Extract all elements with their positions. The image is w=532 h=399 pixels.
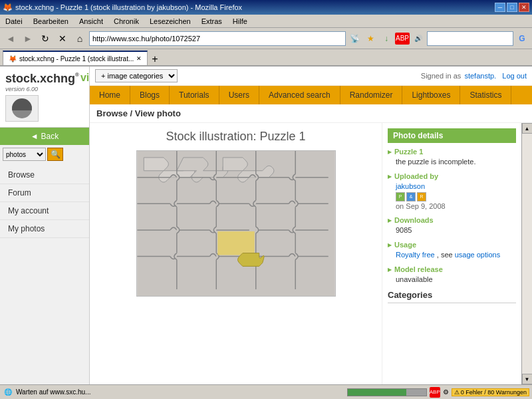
- back-button[interactable]: ◄: [3, 31, 19, 47]
- bookmark-icon[interactable]: ★: [363, 31, 378, 46]
- rss-user-icon: R: [417, 192, 426, 201]
- main-content: + image categories Signed in as stefanst…: [90, 66, 532, 384]
- back-label: Back: [41, 132, 59, 141]
- image-categories-select[interactable]: + image categories: [95, 69, 178, 82]
- sidebar-search-bar: photos 🔍: [0, 145, 89, 164]
- nav-tab-home[interactable]: Home: [90, 86, 130, 104]
- menu-lesezeichen[interactable]: Lesezeichen: [147, 16, 194, 27]
- upload-date: on Sep 9, 2008: [396, 201, 516, 211]
- sidebar-logo: stock.xchng ® vi version 6.00: [0, 66, 89, 128]
- active-tab[interactable]: 🦊 stock.xchng - Puzzle 1 (stock illustra…: [3, 51, 148, 65]
- scroll-track[interactable]: [522, 134, 533, 374]
- nav-tab-lightboxes[interactable]: Lightboxes: [402, 86, 460, 104]
- photo-container: [136, 150, 336, 297]
- toolbar: ◄ ► ↻ ✕ ⌂ 📡 ★ ↓ ABP 🔊 G: [0, 28, 532, 49]
- usage-options-link[interactable]: usage options: [455, 251, 501, 259]
- nav-tabs: Home Blogs Tutorials Users Advanced sear…: [90, 86, 532, 104]
- scroll-up-arrow[interactable]: ▲: [522, 123, 533, 134]
- minimize-button[interactable]: ─: [495, 3, 505, 12]
- royalty-free-link[interactable]: Royalty free: [396, 251, 435, 259]
- sidebar-nav: Browse Forum My account My photos: [0, 164, 89, 241]
- active-tab-label: stock.xchng - Puzzle 1 (stock illustrat.…: [19, 55, 134, 63]
- logo-reg: ®: [75, 72, 79, 78]
- menu-extras[interactable]: Extras: [199, 16, 225, 27]
- update-icon: ⚙: [443, 388, 449, 396]
- signed-in-text: Signed in as stefanstp. Log out: [421, 72, 527, 80]
- statusbar: 🌐 Warten auf www.sxc.hu... ABP ⚙ ⚠ 0 Feh…: [0, 384, 532, 399]
- address-input[interactable]: [92, 35, 342, 43]
- address-bar: [89, 31, 346, 46]
- reload-button[interactable]: ↻: [37, 31, 53, 47]
- menu-datei[interactable]: Datei: [3, 16, 25, 27]
- details-header: Photo details: [388, 128, 516, 143]
- nav-tab-users[interactable]: Users: [219, 86, 259, 104]
- window-title: stock.xchng - Puzzle 1 (stock illustrati…: [15, 3, 242, 11]
- sidebar-item-myphotos[interactable]: My photos: [0, 220, 89, 238]
- speaker-icon[interactable]: 🔊: [411, 31, 426, 46]
- downloads-row: Downloads 9085: [388, 215, 516, 236]
- uploader-link[interactable]: jakubson: [396, 182, 425, 190]
- error-count: 0 Fehler / 80 Warnungen: [461, 389, 527, 396]
- breadcrumb: Browse / View photo: [90, 104, 532, 123]
- close-button[interactable]: ✕: [519, 3, 529, 12]
- download-icon[interactable]: ↓: [379, 31, 394, 46]
- titlebar-buttons[interactable]: ─ □ ✕: [495, 3, 529, 12]
- menu-chronik[interactable]: Chronik: [111, 16, 142, 27]
- uploader-value: jakubson P & R on Sep 9, 2008: [388, 182, 516, 211]
- scrollbar[interactable]: ▲ ▼: [521, 123, 532, 384]
- tab-close-icon[interactable]: ✕: [136, 55, 142, 62]
- search-go-button[interactable]: 🔍: [47, 148, 63, 161]
- progress-bar: [347, 388, 427, 396]
- nav-tab-advanced-search[interactable]: Advanced search: [259, 86, 340, 104]
- usage-see: , see: [437, 251, 455, 259]
- puzzle-image: [137, 151, 335, 296]
- downloads-label: Downloads: [388, 215, 516, 225]
- model-release-label: Model release: [388, 265, 516, 275]
- tab-bar: 🦊 stock.xchng - Puzzle 1 (stock illustra…: [0, 49, 532, 66]
- google-icon[interactable]: G: [515, 31, 529, 46]
- uploaded-by-row: Uploaded by jakubson P & R on Sep 9, 200…: [388, 172, 516, 211]
- menu-hilfe[interactable]: Hilfe: [230, 16, 250, 27]
- page-content: stock.xchng ® vi version 6.00 ◄ Back pho…: [0, 66, 532, 384]
- titlebar-title: 🦊 stock.xchng - Puzzle 1 (stock illustra…: [3, 3, 242, 12]
- forward-button[interactable]: ►: [20, 31, 36, 47]
- back-nav-button[interactable]: ◄ Back: [0, 128, 89, 145]
- rss-icon[interactable]: 📡: [347, 31, 362, 46]
- logo-text: stock.xchng: [5, 72, 75, 86]
- content-area: Stock illustration: Puzzle 1: [90, 123, 532, 384]
- search-type-select[interactable]: photos: [3, 148, 46, 161]
- sidebar-item-forum[interactable]: Forum: [0, 184, 89, 202]
- warning-badge: ⚠ 0 Fehler / 80 Warnungen: [452, 388, 529, 396]
- maximize-button[interactable]: □: [507, 3, 517, 12]
- uploaded-label: Uploaded by: [388, 172, 516, 182]
- model-release-row: Model release unavailable: [388, 265, 516, 285]
- adblock-status-icon: ABP: [430, 387, 440, 398]
- new-tab-button[interactable]: +: [149, 53, 160, 65]
- sidebar-item-myaccount[interactable]: My account: [0, 202, 89, 220]
- menu-bearbeiten[interactable]: Bearbeiten: [31, 16, 71, 27]
- status-text: Warten auf www.sxc.hu...: [16, 388, 344, 396]
- home-button[interactable]: ⌂: [72, 31, 88, 47]
- back-arrow-icon: ◄: [31, 132, 39, 141]
- sidebar-item-browse[interactable]: Browse: [0, 166, 89, 184]
- nav-tab-randomizer[interactable]: Randomizer: [340, 86, 403, 104]
- nav-tab-blogs[interactable]: Blogs: [130, 86, 170, 104]
- menu-ansicht[interactable]: Ansicht: [76, 16, 106, 27]
- downloads-count: 9085: [388, 225, 516, 235]
- stop-button[interactable]: ✕: [55, 31, 70, 47]
- scroll-down-arrow[interactable]: ▼: [522, 374, 533, 384]
- svg-rect-41: [217, 231, 254, 255]
- search-input[interactable]: [427, 31, 513, 46]
- logo-vi: vi: [80, 72, 89, 84]
- username-link[interactable]: stefanstp.: [464, 72, 496, 80]
- nav-tab-tutorials[interactable]: Tutorials: [170, 86, 219, 104]
- sidebar-image: [5, 95, 39, 122]
- photo-title-desc: the puzzle is incomplete.: [388, 157, 516, 167]
- progress-fill: [348, 389, 407, 396]
- photo-title: Stock illustration: Puzzle 1: [96, 130, 375, 144]
- adblock-icon[interactable]: ABP: [395, 33, 410, 45]
- logout-link[interactable]: Log out: [502, 72, 527, 80]
- portfolio-icon: P: [396, 192, 405, 201]
- nav-tab-statistics[interactable]: Statistics: [460, 86, 511, 104]
- contact-icon: &: [406, 192, 416, 201]
